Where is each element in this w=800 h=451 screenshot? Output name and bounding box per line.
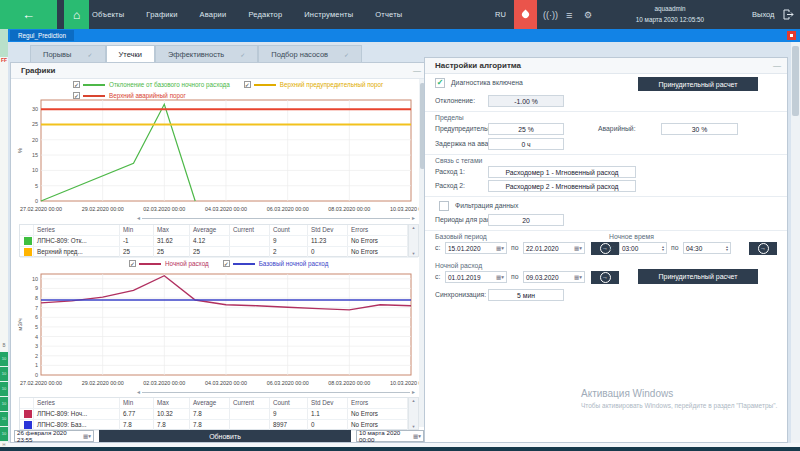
chart1-range-slider[interactable]: ◄►	[136, 216, 416, 221]
table-scrollbar[interactable]: ▲▼	[408, 225, 418, 256]
logout-icon[interactable]	[783, 9, 794, 20]
series-checkbox[interactable]: ✓	[73, 81, 80, 88]
night-flow-apply-button[interactable]: →	[591, 271, 619, 284]
svg-text:4: 4	[35, 334, 38, 340]
menu-item-объекты[interactable]: Объекты	[92, 10, 124, 19]
chart2-range-slider[interactable]: ◄►	[136, 390, 416, 395]
from-label: с:	[609, 242, 614, 254]
svg-text:3: 3	[35, 343, 38, 349]
language-selector[interactable]: RU	[495, 0, 506, 29]
from-label: с:	[435, 242, 440, 254]
night-time-apply-button[interactable]: →	[749, 242, 777, 255]
night-flow-to-picker[interactable]: 09.03.2020▦▾	[523, 271, 585, 283]
logout-button[interactable]: Выход	[752, 0, 774, 29]
back-arrow-icon: ←	[22, 7, 35, 22]
menu-item-инструменты[interactable]: Инструменты	[304, 10, 353, 19]
table-scrollbar[interactable]: ▲▼	[408, 398, 418, 429]
date-from-picker[interactable]: 26 февраля 2020 23:55 ▦▾	[14, 430, 94, 442]
series-checkbox[interactable]: ✓	[129, 260, 136, 267]
calendar-icon: ▦▾	[574, 274, 582, 280]
svg-text:2: 2	[35, 353, 38, 359]
force-calc-button[interactable]: Принудительный расчет	[638, 77, 758, 91]
collapse-icon[interactable]: —	[413, 63, 421, 78]
periods-input[interactable]: 20	[488, 214, 564, 226]
gear-icon[interactable]: ⚙	[584, 0, 592, 29]
main-menu: ОбъектыГрафикиАварииРедакторИнструментыО…	[92, 0, 402, 29]
tab-check-icon: ✓	[88, 51, 93, 58]
series-checkbox[interactable]: ✓	[223, 260, 230, 267]
notification-badge[interactable]	[787, 31, 796, 40]
sync-label: Синхронизация:	[435, 289, 486, 301]
settings-panel: Настройки алгоритма — ✓ Диагностика вклю…	[424, 57, 788, 443]
app-window: ← ⌂ ОбъектыГрафикиАварииРедакторИнструме…	[0, 0, 800, 451]
base-from-picker[interactable]: 15.01.2020▦▾	[445, 242, 507, 254]
filter-checkbox[interactable]	[439, 201, 449, 211]
to-label: по	[671, 242, 678, 254]
svg-text:04.03.2020 00:00: 04.03.2020 00:00	[205, 206, 247, 212]
sync-input[interactable]: 5 мин	[488, 289, 564, 301]
flow2-select[interactable]: Расходомер 2 - Мгновенный расход	[488, 180, 636, 192]
back-button[interactable]: ←	[0, 0, 57, 29]
tab-эффективность[interactable]: Эффективность✓	[155, 45, 258, 62]
list-icon[interactable]: ≡	[566, 0, 572, 29]
menu-item-редактор[interactable]: Редактор	[248, 10, 282, 19]
legend-item: ✓Верхний предупредительный порог	[244, 80, 384, 89]
tab-порывы[interactable]: Порывы✓	[30, 45, 106, 62]
svg-text:08.03.2020 00:00: 08.03.2020 00:00	[328, 206, 370, 212]
arrow-right-icon: →	[758, 243, 769, 254]
warn-input[interactable]: 25 %	[488, 123, 564, 135]
night-time-from-input[interactable]: 03:00▴▾	[619, 242, 667, 254]
spinner-icon[interactable]: ▴▾	[662, 245, 664, 251]
table-row: ЛПНС-809: Ноч...6.7710.327.891.1No Error…	[20, 409, 418, 420]
tab-подбор-насосов[interactable]: Подбор насосов✓	[258, 45, 362, 62]
deviation-value: -1.00 %	[488, 95, 564, 107]
collapse-icon[interactable]: —	[773, 58, 781, 73]
series-line-swatch	[139, 263, 161, 265]
date-to-picker[interactable]: 10 марта 2020 00:00 ▦▾	[356, 430, 424, 442]
series-line-swatch	[233, 263, 255, 265]
legend-item: ✓Базовый ночной расход	[223, 259, 329, 268]
date-from-value: 26 февраля 2020 23:55	[17, 429, 83, 443]
series-line-swatch	[83, 84, 105, 86]
window-tab-bar: Regul_Prediction	[8, 29, 800, 42]
series-label: Верхний предупредительный порог	[280, 81, 384, 88]
base-period-apply-button[interactable]: →	[591, 242, 619, 255]
date-to-value: 10 марта 2020 00:00	[359, 429, 413, 443]
window-tab[interactable]: Regul_Prediction	[10, 30, 74, 41]
refresh-button[interactable]: Обновить	[99, 430, 351, 442]
window-scrollbar[interactable]	[791, 42, 800, 447]
svg-text:02.03.2020 00:00: 02.03.2020 00:00	[143, 380, 185, 386]
menu-item-аварии[interactable]: Аварии	[200, 10, 227, 19]
series-checkbox[interactable]: ✓	[244, 81, 251, 88]
menu-item-графики[interactable]: Графики	[146, 10, 177, 19]
svg-text:27.02.2020 00:00: 27.02.2020 00:00	[20, 206, 62, 212]
menu-item-отчеты[interactable]: Отчеты	[375, 10, 402, 19]
svg-text:%: %	[17, 147, 23, 153]
svg-text:20: 20	[32, 137, 38, 143]
spreadsheet-text: FF	[0, 57, 8, 63]
series-line-swatch	[254, 84, 276, 86]
delay-input[interactable]: 0 ч	[488, 138, 564, 150]
alarms-button[interactable]	[514, 0, 537, 29]
chart2-stats-table: SeriesMinMaxAverageCurrentCountStd DevEr…	[19, 397, 419, 430]
flow1-select[interactable]: Расходомер 1 - Мгновенный расход	[488, 166, 636, 178]
svg-text:29.02.2020 00:00: 29.02.2020 00:00	[82, 206, 124, 212]
scroll-up-icon: ▲	[409, 225, 418, 230]
night-flow-from-picker[interactable]: 01.01.2019▦▾	[445, 271, 507, 283]
broadcast-icon[interactable]: ((·))	[543, 0, 558, 29]
tab-утечки[interactable]: Утечки	[106, 45, 155, 62]
deviation-label: Отклонение:	[435, 95, 475, 107]
force-calc-button-2[interactable]: Принудительный расчет	[638, 269, 758, 284]
tab-check-icon: ✓	[344, 51, 349, 58]
spinner-icon[interactable]: ▴▾	[726, 245, 728, 251]
charts-panel-title: Графики	[21, 63, 55, 78]
scroll-down-icon: ▼	[409, 251, 418, 256]
diagnostics-checkbox[interactable]: ✓	[435, 78, 445, 88]
home-button[interactable]: ⌂	[64, 0, 89, 29]
scroll-up-icon: ▲	[409, 398, 418, 403]
svg-text:10.03.2020 00:00: 10.03.2020 00:00	[390, 206, 419, 212]
base-to-picker[interactable]: 22.01.2020▦▾	[523, 242, 585, 254]
alarm-input[interactable]: 30 %	[661, 123, 738, 135]
svg-text:04.03.2020 00:00: 04.03.2020 00:00	[205, 380, 247, 386]
night-time-to-input[interactable]: 04:30▴▾	[683, 242, 731, 254]
